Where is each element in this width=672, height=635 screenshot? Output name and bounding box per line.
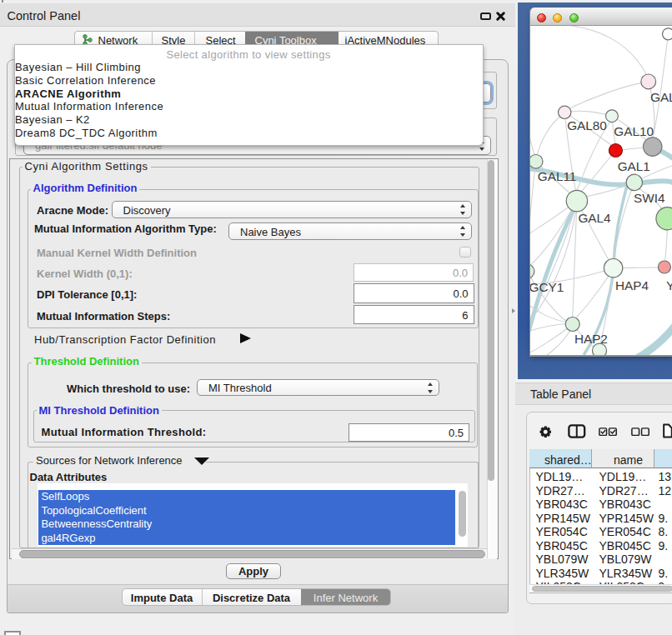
svg-text:GCY1: GCY1 bbox=[530, 279, 564, 293]
svg-text:SWI4: SWI4 bbox=[634, 190, 665, 204]
svg-text:GAL1: GAL1 bbox=[618, 159, 650, 173]
svg-text:HAP2: HAP2 bbox=[574, 331, 608, 345]
svg-text:GAL10: GAL10 bbox=[614, 123, 654, 138]
svg-text:GAL80: GAL80 bbox=[567, 118, 607, 132]
svg-text:Y: Y bbox=[666, 278, 672, 292]
svg-text:GAL7: GAL7 bbox=[650, 89, 672, 103]
svg-text:GAL4: GAL4 bbox=[578, 210, 611, 224]
svg-text:HAP4: HAP4 bbox=[615, 278, 649, 292]
svg-text:GAL11: GAL11 bbox=[538, 168, 577, 182]
